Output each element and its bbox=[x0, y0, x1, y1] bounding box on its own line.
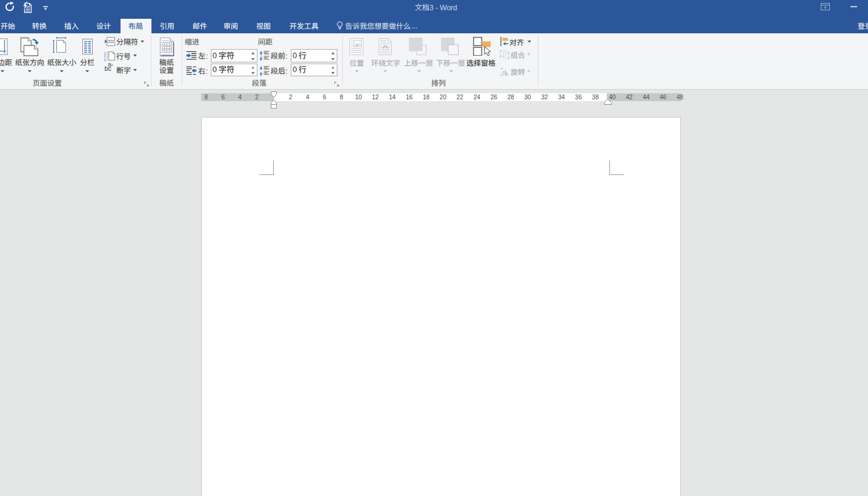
svg-text:3: 3 bbox=[104, 58, 106, 62]
